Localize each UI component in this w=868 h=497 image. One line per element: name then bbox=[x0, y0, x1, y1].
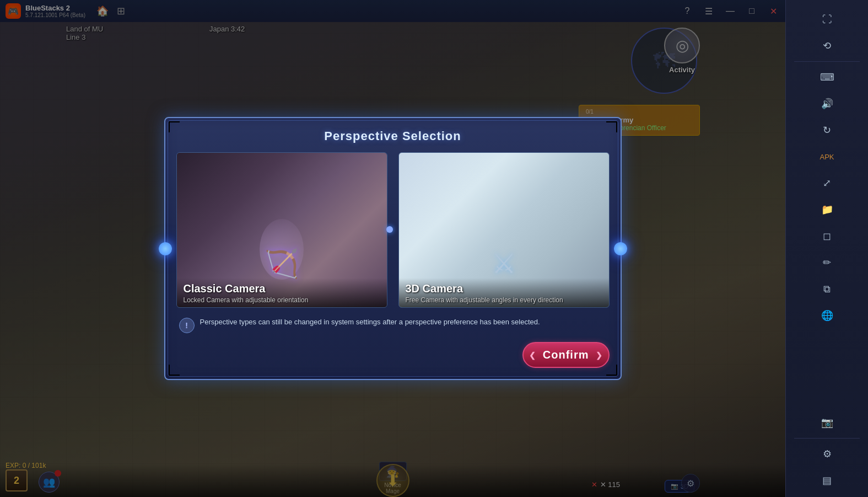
sidebar-icon-volume[interactable]: 🔊 bbox=[816, 93, 838, 115]
classic-camera-option[interactable]: 🏹 Classic Camera Locked Camera with adju… bbox=[176, 152, 387, 308]
sidebar-icon-globe[interactable]: 🌐 bbox=[816, 304, 838, 327]
orb-left bbox=[159, 242, 172, 255]
sidebar-icon-apk[interactable]: APK bbox=[816, 146, 838, 168]
corner-tl-decoration bbox=[169, 121, 180, 132]
3d-camera-label: 3D Camera Free Camera with adjustable an… bbox=[399, 278, 609, 307]
sidebar-icon-camera[interactable]: 📷 bbox=[816, 412, 838, 434]
classic-camera-label: Classic Camera Locked Camera with adjust… bbox=[177, 278, 387, 307]
sidebar-divider-2 bbox=[794, 438, 860, 439]
notice-text: Perspective types can still be changed i… bbox=[200, 317, 540, 328]
sidebar-icon-keyboard[interactable]: ⌨ bbox=[816, 66, 838, 88]
confirm-button[interactable]: Confirm bbox=[522, 342, 610, 368]
dialog-title: Perspective Selection bbox=[176, 129, 610, 143]
sidebar-icon-layers[interactable]: ⧉ bbox=[816, 278, 838, 300]
dialog-notice: ! Perspective types can still be changed… bbox=[176, 317, 610, 333]
sidebar-icon-resize[interactable]: ⤢ bbox=[816, 172, 838, 194]
classic-camera-name: Classic Camera bbox=[184, 282, 380, 295]
3d-char: ⚔ bbox=[482, 219, 526, 280]
classic-camera-desc: Locked Camera with adjustable orientatio… bbox=[184, 296, 380, 304]
sidebar-icon-1[interactable]: ⟲ bbox=[816, 35, 838, 57]
3d-camera-option[interactable]: ⚔ 3D Camera Free Camera with adjustable … bbox=[398, 152, 610, 308]
game-background: 🎮 BlueStacks 2 5.7.121.1001 P64 (Beta) 🏠… bbox=[0, 0, 785, 497]
dialog-overlay: Perspective Selection 🏹 bbox=[0, 0, 785, 497]
sidebar-icon-settings[interactable]: ⚙ bbox=[816, 443, 838, 465]
right-sidebar: ⛶ ⟲ ⌨ 🔊 ↻ APK ⤢ 📁 ◻ ✏ ⧉ 🌐 📷 ⚙ ▤ bbox=[785, 0, 868, 497]
sidebar-expand-btn[interactable]: ⛶ bbox=[816, 8, 838, 30]
sidebar-divider-1 bbox=[794, 61, 860, 62]
sidebar-icon-square[interactable]: ◻ bbox=[816, 225, 838, 247]
divider-dot bbox=[386, 226, 393, 233]
sidebar-icon-folder[interactable]: 📁 bbox=[816, 199, 838, 221]
sidebar-icon-rotate[interactable]: ↻ bbox=[816, 119, 838, 141]
3d-camera-desc: Free Camera with adjustable angles in ev… bbox=[406, 296, 602, 304]
dialog-footer: Confirm bbox=[176, 342, 610, 368]
notice-icon: ! bbox=[179, 318, 195, 333]
corner-tr-decoration bbox=[606, 121, 617, 132]
orb-right bbox=[614, 242, 627, 255]
3d-camera-name: 3D Camera bbox=[406, 282, 602, 295]
perspective-dialog: Perspective Selection 🏹 bbox=[164, 117, 622, 380]
camera-options: 🏹 Classic Camera Locked Camera with adju… bbox=[176, 152, 610, 308]
corner-br-decoration bbox=[606, 365, 617, 376]
sidebar-icon-brush[interactable]: ✏ bbox=[816, 252, 838, 274]
sidebar-icon-nav[interactable]: ▤ bbox=[816, 469, 838, 491]
corner-bl-decoration bbox=[169, 365, 180, 376]
classic-char: 🏹 bbox=[260, 219, 304, 280]
